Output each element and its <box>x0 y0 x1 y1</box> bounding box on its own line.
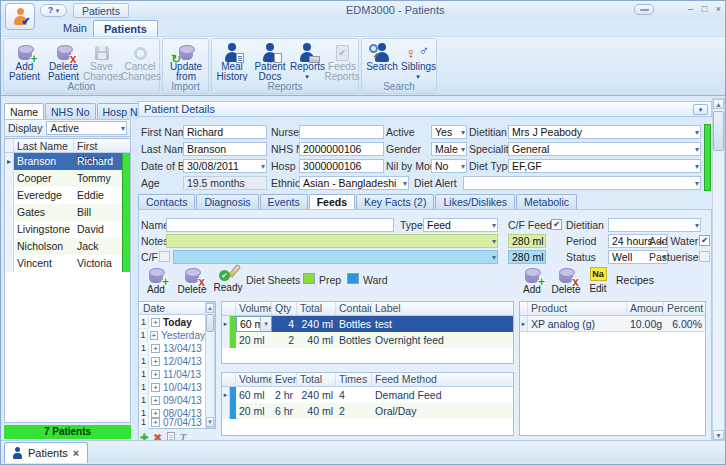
minimize-button[interactable]: – <box>684 3 697 15</box>
pasteurised-checkbox[interactable] <box>699 251 710 262</box>
volume-editor[interactable]: 60 ml▾ <box>236 316 272 332</box>
maximize-button[interactable]: □ <box>698 3 711 15</box>
date-row[interactable]: 1+Yesterday <box>139 329 205 342</box>
prep-feed-row[interactable]: 20 ml 2 40 ml Bottles Overnight feed <box>222 332 513 348</box>
date-row[interactable]: 1+10/04/13 <box>139 381 205 394</box>
meal-history-button[interactable]: Meal History <box>214 41 250 83</box>
patient-row[interactable]: Vincent Victoria <box>5 255 130 272</box>
scroll-up-icon[interactable]: ▲ <box>713 99 724 109</box>
expand-icon[interactable]: + <box>151 370 160 379</box>
diet-types-select[interactable]: EF,GF <box>508 159 701 173</box>
feeds-reports-button[interactable]: ✔ Feeds Reports ▾ <box>324 41 360 83</box>
add-patient-button[interactable]: + Add Patient <box>6 41 43 83</box>
cancel-changes-button[interactable]: Cancel Changes <box>121 41 159 83</box>
feed-name-field[interactable] <box>166 218 394 232</box>
patient-docs-button[interactable]: Patient Docs <box>252 41 288 83</box>
date-row[interactable]: 1+Today <box>139 316 205 329</box>
siblings-button[interactable]: ♂♂ Siblings ▾ <box>401 41 435 83</box>
search-button[interactable]: Search <box>365 41 399 83</box>
main-scrollbar[interactable]: ▲ ▼ <box>712 98 725 441</box>
delete-patient-button[interactable]: x Delete Patient <box>45 41 82 83</box>
add-water-checkbox[interactable]: ✔ <box>699 235 710 246</box>
dietitian-select[interactable]: Mrs J Peabody <box>508 125 701 139</box>
tab-key-facts[interactable]: Key Facts (2) <box>356 194 434 209</box>
patient-row[interactable]: Cooper Tommy <box>5 170 130 187</box>
date-row[interactable]: 1+11/04/13 <box>139 368 205 381</box>
ribbon-tab-patients[interactable]: Patients <box>93 20 158 36</box>
tab-events[interactable]: Events <box>260 194 308 209</box>
add-feed-button[interactable]: + Add <box>141 265 171 295</box>
patient-row[interactable]: ▸ Branson Richard <box>5 153 130 170</box>
column-last-name[interactable]: Last Name <box>14 139 74 152</box>
tab-likes-dislikes[interactable]: Likes/Dislikes <box>435 194 515 209</box>
scroll-up-icon[interactable]: ▲ <box>206 303 214 313</box>
update-from-papi-button[interactable]: ↻ Update from PAPI <box>164 41 208 83</box>
edit-product-button[interactable]: Na Edit <box>585 264 611 294</box>
tab-name[interactable]: Name <box>4 103 44 119</box>
column-every[interactable]: Every <box>272 373 297 386</box>
tab-feeds[interactable]: Feeds <box>309 194 355 209</box>
help-button[interactable]: ? ▾ <box>40 4 67 17</box>
column-product[interactable]: Product <box>528 302 627 315</box>
ready-button[interactable]: ✔ Ready <box>211 263 245 293</box>
column-feed-method[interactable]: Feed Method <box>372 373 513 386</box>
tab-metabolic[interactable]: Metabolic <box>516 194 577 209</box>
expand-icon[interactable]: + <box>151 357 160 366</box>
date-row[interactable]: 1+09/04/13 <box>139 394 205 407</box>
expand-icon[interactable]: + <box>150 331 158 340</box>
feed-type-select[interactable]: Feed <box>423 218 498 232</box>
scrollbar-thumb[interactable] <box>713 111 724 151</box>
date-row[interactable]: 1+12/04/13 <box>139 355 205 368</box>
cf-checkbox[interactable] <box>159 251 170 262</box>
column-first-name[interactable]: First Name <box>74 139 130 152</box>
ribbon-tab-main[interactable]: Main <box>53 20 97 36</box>
column-total[interactable]: Total <box>297 373 336 386</box>
column-times[interactable]: Times <box>336 373 372 386</box>
active-select[interactable]: Yes <box>431 125 467 139</box>
tab-nhs-no[interactable]: NHS No <box>45 103 96 119</box>
prep-feed-row[interactable]: ▸ 60 ml▾ 4 240 ml Bottles test <box>222 316 513 332</box>
ward-feed-row[interactable]: 20 ml 6 hr 40 ml 2 Oral/Day <box>222 403 513 419</box>
patient-row[interactable]: Livingstone David <box>5 221 130 238</box>
ward-feed-row[interactable]: ▸ 60 ml 2 hr 240 ml 4 Demand Feed <box>222 387 513 403</box>
reports-button[interactable]: Reports ▾ <box>290 41 324 83</box>
scrollbar-thumb[interactable] <box>206 314 214 332</box>
column-container[interactable]: Container <box>336 302 372 315</box>
diet-alert-select[interactable] <box>463 176 701 190</box>
ethnicity-select[interactable]: Asian - Bangladeshi <box>299 176 409 190</box>
cf-field[interactable] <box>173 250 498 264</box>
date-scrollbar[interactable]: ▲ ▼ <box>205 302 215 428</box>
delete-feed-button[interactable]: x Delete <box>175 265 209 295</box>
column-volume[interactable]: Volume <box>236 302 272 315</box>
delete-product-button[interactable]: x Delete <box>549 265 583 295</box>
ribbon-toggle-button[interactable] <box>634 4 654 15</box>
expand-icon[interactable]: + <box>151 318 160 327</box>
tab-diagnosis[interactable]: Diagnosis <box>196 194 258 209</box>
date-row[interactable]: 1+13/04/13 <box>139 342 205 355</box>
collapse-chevron-button[interactable]: ▾ <box>693 104 708 115</box>
feed-notes-field[interactable] <box>166 234 498 248</box>
last-name-field[interactable]: Branson <box>183 142 267 156</box>
gender-select[interactable]: Male <box>431 142 467 156</box>
nurse-field[interactable] <box>299 125 384 139</box>
speciality-select[interactable]: General <box>508 142 701 156</box>
scroll-down-icon[interactable]: ▼ <box>713 430 724 440</box>
close-tab-icon[interactable]: × <box>73 447 79 459</box>
first-name-field[interactable]: Richard <box>183 125 267 139</box>
close-button[interactable]: × <box>712 3 725 15</box>
patient-row[interactable]: Everedge Eddie <box>5 187 130 204</box>
expand-icon[interactable]: + <box>151 418 160 427</box>
product-row[interactable]: ▸ XP analog (g) 10.00g 6.00% <box>520 316 705 332</box>
nil-by-mouth-select[interactable]: No <box>431 159 467 173</box>
tab-contacts[interactable]: Contacts <box>138 194 195 209</box>
patients-document-tab[interactable]: Patients × <box>4 442 88 463</box>
column-label[interactable]: Label <box>372 302 513 315</box>
expand-icon[interactable]: + <box>151 344 160 353</box>
hosp-no-field[interactable]: 3000000106 <box>299 159 384 173</box>
recipes-button[interactable]: Recipes <box>616 274 654 286</box>
column-qty[interactable]: Qty <box>272 302 297 315</box>
scroll-down-icon[interactable]: ▼ <box>206 417 214 427</box>
date-column-header[interactable]: Date <box>139 302 215 315</box>
column-amount[interactable]: Amount <box>627 302 664 315</box>
expand-icon[interactable]: + <box>151 383 160 392</box>
